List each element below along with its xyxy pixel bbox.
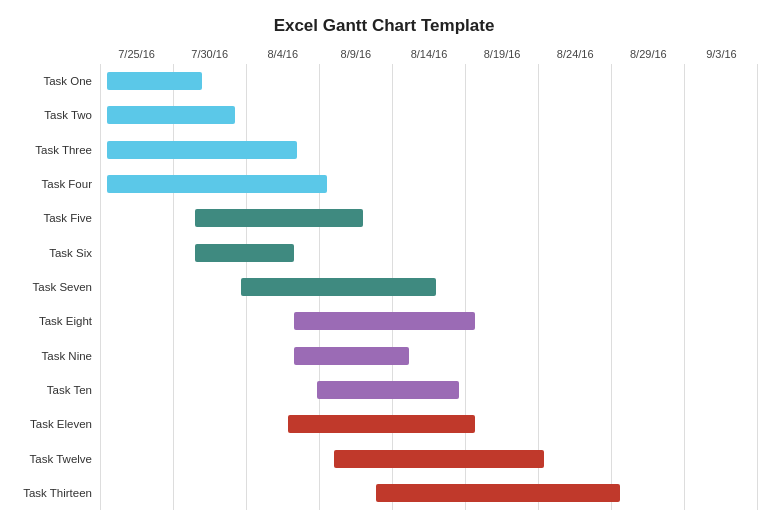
- task-row: Task Three: [10, 133, 758, 167]
- task-label: Task Thirteen: [10, 487, 100, 499]
- task-label: Task Four: [10, 178, 100, 190]
- task-bar: [294, 347, 409, 365]
- task-bar-area: [100, 304, 758, 338]
- task-bar: [107, 106, 235, 124]
- date-label: 9/3/16: [685, 48, 758, 60]
- chart-rows-area: Task OneTask TwoTask ThreeTask FourTask …: [10, 64, 758, 510]
- task-row: Task Nine: [10, 339, 758, 373]
- task-label: Task Eight: [10, 315, 100, 327]
- task-label: Task Twelve: [10, 453, 100, 465]
- task-bar: [107, 175, 327, 193]
- date-label: 7/25/16: [100, 48, 173, 60]
- task-bar-area: [100, 167, 758, 201]
- task-label: Task Two: [10, 109, 100, 121]
- date-label: 8/24/16: [539, 48, 612, 60]
- chart-container: Excel Gantt Chart Template 7/25/167/30/1…: [0, 0, 768, 520]
- task-bar: [241, 278, 435, 296]
- task-label: Task Nine: [10, 350, 100, 362]
- chart-title: Excel Gantt Chart Template: [10, 16, 758, 36]
- task-bar: [195, 244, 294, 262]
- task-bar: [288, 415, 476, 433]
- task-bar-area: [100, 98, 758, 132]
- date-label: 8/29/16: [612, 48, 685, 60]
- task-bar-area: [100, 476, 758, 510]
- task-label: Task Three: [10, 144, 100, 156]
- task-bar: [195, 209, 363, 227]
- task-row: Task Twelve: [10, 441, 758, 475]
- task-bar-area: [100, 236, 758, 270]
- task-label: Task Eleven: [10, 418, 100, 430]
- task-label: Task Six: [10, 247, 100, 259]
- date-label: 8/4/16: [246, 48, 319, 60]
- task-bar-area: [100, 201, 758, 235]
- task-bar: [107, 141, 298, 159]
- task-label: Task One: [10, 75, 100, 87]
- date-label: 7/30/16: [173, 48, 246, 60]
- task-bar: [294, 312, 475, 330]
- task-row: Task One: [10, 64, 758, 98]
- task-bar-area: [100, 373, 758, 407]
- task-label: Task Seven: [10, 281, 100, 293]
- task-row: Task Thirteen: [10, 476, 758, 510]
- task-row: Task Four: [10, 167, 758, 201]
- task-bar-area: [100, 339, 758, 373]
- task-bar: [107, 72, 202, 90]
- date-header-row: 7/25/167/30/168/4/168/9/168/14/168/19/16…: [100, 48, 758, 60]
- task-row: Task Five: [10, 201, 758, 235]
- task-label: Task Ten: [10, 384, 100, 396]
- task-row: Task Eight: [10, 304, 758, 338]
- task-bar-area: [100, 133, 758, 167]
- task-bar-area: [100, 441, 758, 475]
- task-bar: [334, 450, 545, 468]
- task-row: Task Eleven: [10, 407, 758, 441]
- task-bar-area: [100, 270, 758, 304]
- chart-body: 7/25/167/30/168/4/168/9/168/14/168/19/16…: [10, 48, 758, 510]
- task-bar: [376, 484, 619, 502]
- task-bar-area: [100, 407, 758, 441]
- date-label: 8/14/16: [392, 48, 465, 60]
- task-row: Task Ten: [10, 373, 758, 407]
- date-label: 8/19/16: [466, 48, 539, 60]
- task-label: Task Five: [10, 212, 100, 224]
- task-bar-area: [100, 64, 758, 98]
- task-bar: [317, 381, 458, 399]
- date-label: 8/9/16: [319, 48, 392, 60]
- task-row: Task Seven: [10, 270, 758, 304]
- task-row: Task Two: [10, 98, 758, 132]
- task-row: Task Six: [10, 236, 758, 270]
